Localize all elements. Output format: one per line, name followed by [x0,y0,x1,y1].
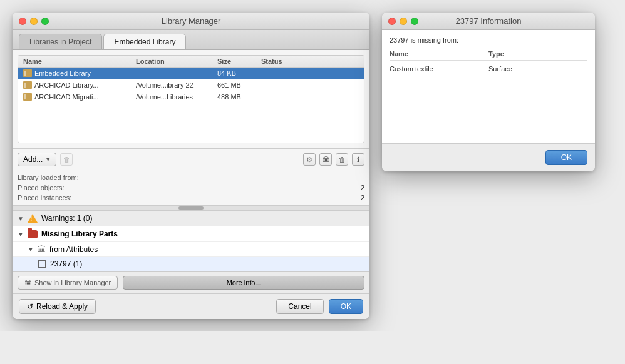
collapse-arrow-icon[interactable]: ▼ [18,215,24,222]
row-location: /Volume...Libraries [136,93,217,101]
delete2-button[interactable]: 🗑 [336,153,348,166]
library-table: Name Location Size Status Embedded Libra… [18,55,364,143]
row-size: 488 MB [217,93,261,101]
placed-instances-row: Placed instances: 2 [18,193,364,203]
dropdown-arrow-icon: ▼ [45,156,51,163]
table-row[interactable]: ARCHICAD Library... /Volume...ibrary 22 … [18,79,364,91]
delete-library-button[interactable]: 🗑 [60,153,73,166]
library-main-content: Name Location Size Status Embedded Libra… [13,55,369,319]
ok-button[interactable]: OK [329,299,363,314]
tab-embedded[interactable]: Embedded Library [103,34,186,49]
title-bar: Library Manager [13,13,369,30]
show-lib-icon: 🏛 [24,279,31,286]
scroll-thumb[interactable] [178,206,204,210]
info-close-button[interactable] [388,18,396,25]
book-icon [23,81,32,89]
row-name: ARCHICAD Migrati... [23,93,136,101]
more-info-button[interactable]: More info... [123,276,364,290]
from-attr-collapse-icon[interactable]: ▼ [28,246,34,253]
book-icon [23,69,32,77]
tab-libraries[interactable]: Libraries in Project [19,34,102,49]
info-empty-space [382,81,595,143]
warnings-label: Warnings: 1 (0) [41,214,93,223]
col-status: Status [261,58,359,65]
placed-objects-label: Placed objects: [18,184,65,191]
placed-objects-row: Placed objects: 2 [18,183,364,193]
missing-item-23797[interactable]: 23797 (1) [13,257,369,271]
missing-collapse-icon[interactable]: ▼ [18,231,24,238]
info-bottom-bar: OK [382,143,595,171]
maximize-button[interactable] [41,18,49,25]
table-row[interactable]: Embedded Library 84 KB [18,68,364,79]
info-content: 23797 is missing from: Name Type Custom … [382,30,595,81]
cancel-button[interactable]: Cancel [276,299,323,314]
show-in-library-button[interactable]: 🏛 Show in Library Manager [18,276,118,290]
placed-instances-value: 2 [361,194,364,201]
info-col-name: Name [390,50,488,58]
missing-from-text: 23797 is missing from: [390,36,587,44]
toolbar: Add... ▼ 🗑 ⚙ 🏛 🗑 ℹ [13,148,369,170]
col-size: Size [217,58,261,65]
library-manager-window: Library Manager Libraries in Project Emb… [13,13,369,319]
info-title-bar: 23797 Information [382,13,595,30]
info-table-row: Custom textile Surface [390,63,587,74]
placed-objects-value: 2 [361,184,364,191]
from-attributes-label: from Attributes [49,245,98,254]
info-maximize-button[interactable] [411,18,418,25]
warnings-bar: ▼ Warnings: 1 (0) [13,210,369,226]
reload-apply-button[interactable]: ↺ Reload & Apply [19,299,96,314]
loaded-from-label: Library loaded from: [18,174,79,181]
minimize-button[interactable] [30,18,38,25]
bottom-action-bar: 🏛 Show in Library Manager More info... [13,271,369,293]
settings2-button[interactable]: 🏛 [319,153,332,166]
settings1-button[interactable]: ⚙ [303,153,316,166]
col-location: Location [136,58,217,65]
info-button[interactable]: ℹ [352,153,364,166]
placed-instances-label: Placed instances: [18,194,71,201]
info-ok-button[interactable]: OK [545,150,587,165]
row-size: 661 MB [217,81,261,89]
book-icon [23,93,32,101]
row-name: Embedded Library [23,69,136,77]
from-attributes-item[interactable]: ▼ 🏛 from Attributes [13,242,369,257]
table-row[interactable]: ARCHICAD Migrati... /Volume...Libraries … [18,91,364,103]
info-col-type: Type [488,50,587,58]
col-name: Name [23,58,136,65]
attributes-icon: 🏛 [38,245,46,254]
missing-parts-section: ▼ Missing Library Parts ▼ 🏛 from Attribu… [13,226,369,271]
window-title: Library Manager [162,16,221,26]
row-location: /Volume...ibrary 22 [136,81,217,89]
info-row-type: Surface [488,65,587,73]
scroll-indicator [13,205,369,210]
add-button[interactable]: Add... ▼ [18,153,56,166]
window-controls [19,18,49,25]
library-info: Library loaded from: Placed objects: 2 P… [13,170,369,205]
missing-label: Missing Library Parts [41,230,118,238]
reload-icon: ↺ [27,302,33,311]
info-minimize-button[interactable] [400,18,407,25]
table-header: Name Location Size Status [18,56,364,68]
library-loaded-row: Library loaded from: [18,173,364,183]
footer-bar: ↺ Reload & Apply Cancel OK [13,293,369,319]
table-body: Embedded Library 84 KB ARCHICAD Library.… [18,68,364,143]
missing-header: ▼ Missing Library Parts [13,226,369,242]
item-label: 23797 (1) [50,260,82,268]
info-window-title: 23797 Information [456,16,522,26]
info-window-controls [388,18,418,25]
close-button[interactable] [19,18,26,25]
info-window: 23797 Information 23797 is missing from:… [382,13,595,171]
tab-bar: Libraries in Project Embedded Library [13,30,369,50]
warning-icon [28,214,38,223]
row-name: ARCHICAD Library... [23,81,136,89]
row-size: 84 KB [217,69,261,77]
surface-icon [38,260,46,268]
info-table-header: Name Type [390,50,587,61]
missing-folder-icon [28,230,38,238]
info-row-name: Custom textile [390,65,488,73]
